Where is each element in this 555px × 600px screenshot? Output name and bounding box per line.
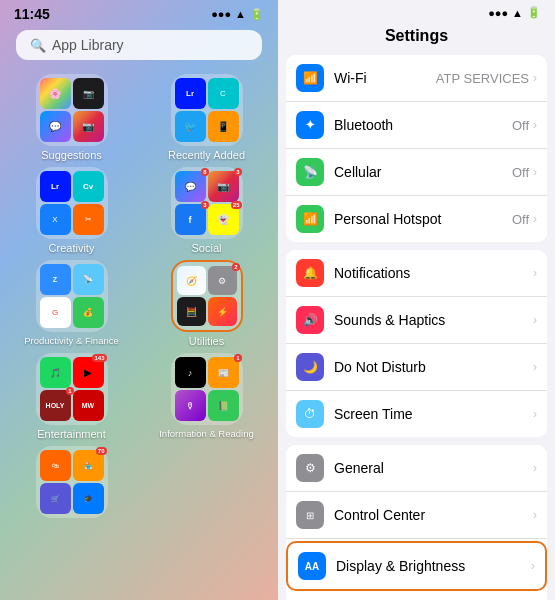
folder-creativity[interactable]: Lr Cv X ✂ Creativity [8,167,135,254]
settings-item-control-center[interactable]: ⊞ Control Center › [286,492,547,539]
folder-grid-recently-added: Lr C 🐦 📱 [171,74,243,146]
battery-icon: 🔋 [250,8,264,21]
hotspot-label: Personal Hotspot [334,211,512,227]
settings-item-screentime[interactable]: ⏱ Screen Time › [286,391,547,437]
settings-section-network: 📶 Wi-Fi ATP SERVICES › ✦ Bluetooth Off ›… [286,55,547,242]
folder-entertainment[interactable]: 🎵 143 ▶ 1 HOLY MW Entertainment [8,353,135,440]
settings-item-bluetooth[interactable]: ✦ Bluetooth Off › [286,102,547,149]
folder-row-3: Z 📡 G 💰 Productivity & Finance 🧭 2 ⚙ 🧮 ⚡ [8,260,270,347]
left-status-icons: ●●● ▲ 🔋 [211,8,264,21]
app-shop1: 🛍 [40,450,71,481]
wifi-label: Wi-Fi [334,70,436,86]
bluetooth-label: Bluetooth [334,117,512,133]
folder-grid-shopping: 🛍 70 🏪 🛒 🎓 [36,446,108,518]
folder-suggestions[interactable]: 🌸 📷 💬 📷 Suggestions [8,74,135,161]
badge-settings: 2 [232,263,239,271]
bluetooth-chevron: › [533,118,537,132]
search-icon: 🔍 [30,38,46,53]
right-battery-icon: 🔋 [527,6,541,19]
settings-section-notifications: 🔔 Notifications › 🔊 Sounds & Haptics › 🌙… [286,250,547,437]
dnd-chevron: › [533,360,537,374]
folder-social[interactable]: 8 💬 3 📷 3 f 25 👻 So [143,167,270,254]
settings-item-home-screen[interactable]: ⊞ Home Screen › [286,593,547,600]
app-messenger-s: 8 💬 [175,171,206,202]
folder-recently-added[interactable]: Lr C 🐦 📱 Recently Added [143,74,270,161]
control-label: Control Center [334,507,533,523]
app-misc-c: ✂ [73,204,104,235]
dnd-settings-icon: 🌙 [296,353,324,381]
left-status-bar: 11:45 ●●● ▲ 🔋 [0,0,278,26]
sounds-settings-icon: 🔊 [296,306,324,334]
bluetooth-settings-icon: ✦ [296,111,324,139]
app-shop2: 70 🏪 [73,450,104,481]
folder-grid-entertainment: 🎵 143 ▶ 1 HOLY MW [36,353,108,425]
general-settings-icon: ⚙ [296,454,324,482]
app-grid: 🌸 📷 💬 📷 Suggestions Lr C 🐦 📱 Recently Ad… [0,70,278,518]
settings-item-hotspot[interactable]: 📶 Personal Hotspot Off › [286,196,547,242]
settings-item-sounds[interactable]: 🔊 Sounds & Haptics › [286,297,547,344]
settings-item-dnd[interactable]: 🌙 Do Not Disturb › [286,344,547,391]
app-zoom: Z [40,264,71,295]
folder-label-utilities: Utilities [189,335,224,347]
screentime-settings-icon: ⏱ [296,400,324,428]
folder-label-info-reading: Information & Reading [159,428,254,439]
folder-utilities[interactable]: 🧭 2 ⚙ 🧮 ⚡ Utilities [143,260,270,347]
dnd-label: Do Not Disturb [334,359,533,375]
settings-title: Settings [278,23,555,55]
general-chevron: › [533,461,537,475]
time: 11:45 [14,6,50,22]
cellular-value: Off [512,165,529,180]
wifi-icon: ▲ [235,8,246,20]
cellular-label: Cellular [334,164,512,180]
settings-item-wifi[interactable]: 📶 Wi-Fi ATP SERVICES › [286,55,547,102]
control-chevron: › [533,508,537,522]
folder-grid-info-reading: ♪ 1 📰 🎙 📗 [171,353,243,425]
display-label: Display & Brightness [336,558,531,574]
app-messenger: 💬 [40,111,71,142]
app-gmail: G [40,297,71,328]
folder-row-4: 🎵 143 ▶ 1 HOLY MW Entertainment ♪ [8,353,270,440]
folder-label-creativity: Creativity [49,242,95,254]
app-instagram: 📷 [73,111,104,142]
app-canva-c: Cv [73,171,104,202]
folder-row-5: 🛍 70 🏪 🛒 🎓 [8,446,270,518]
folder-label-recently-added: Recently Added [168,149,245,161]
folder-grid-productivity: Z 📡 G 💰 [36,260,108,332]
settings-item-display-brightness[interactable]: AA Display & Brightness › [286,541,547,591]
folder-shopping[interactable]: 🛍 70 🏪 🛒 🎓 [8,446,135,518]
app-calculator: 🧮 [177,297,206,326]
display-chevron: › [531,559,535,573]
settings-section-display: ⚙ General › ⊞ Control Center › AA Displa… [286,445,547,600]
signal-icon: ●●● [211,8,231,20]
search-bar-text: App Library [52,37,124,53]
right-panel: ●●● ▲ 🔋 Settings 📶 Wi-Fi ATP SERVICES › … [278,0,555,600]
search-bar[interactable]: 🔍 App Library [16,30,262,60]
folder-grid-creativity: Lr Cv X ✂ [36,167,108,239]
cellular-chevron: › [533,165,537,179]
screentime-label: Screen Time [334,406,533,422]
folder-productivity[interactable]: Z 📡 G 💰 Productivity & Finance [8,260,135,347]
screentime-chevron: › [533,407,537,421]
folder-info-reading[interactable]: ♪ 1 📰 🎙 📗 Information & Reading [143,353,270,440]
app-photos: 🌸 [40,78,71,109]
app-canva: C [208,78,239,109]
sounds-chevron: › [533,313,537,327]
badge-instagram: 3 [234,168,241,176]
wifi-value: ATP SERVICES [436,71,529,86]
app-bible: 1 HOLY [40,390,71,421]
hotspot-value: Off [512,212,529,227]
app-tiktok: ♪ [175,357,206,388]
folder-empty [143,446,270,518]
app-shop3: 🛒 [40,483,71,514]
app-podcast: 🎙 [175,390,206,421]
badge-shop: 70 [96,447,107,455]
folder-label-entertainment: Entertainment [37,428,105,440]
settings-item-cellular[interactable]: 📡 Cellular Off › [286,149,547,196]
settings-item-general[interactable]: ⚙ General › [286,445,547,492]
right-signal-icon: ●●● [488,7,508,19]
app-lr-c: Lr [40,171,71,202]
badge-youtube: 143 [92,354,106,362]
app-misc-i2: 📗 [208,390,239,421]
hotspot-chevron: › [533,212,537,226]
settings-item-notifications[interactable]: 🔔 Notifications › [286,250,547,297]
